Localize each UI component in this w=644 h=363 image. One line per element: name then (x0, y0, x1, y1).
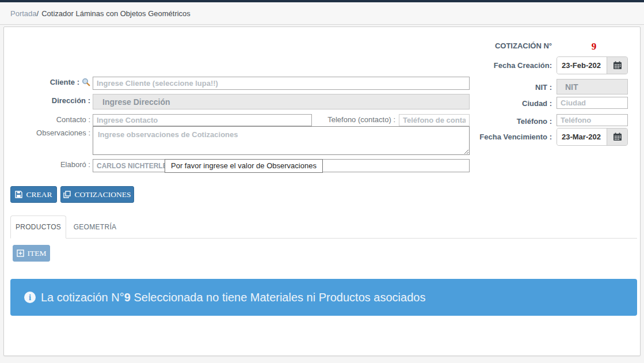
cotizaciones-button-label: COTIZACIONES (74, 190, 131, 199)
alert-text-suffix: Seleccionada no tiene Materiales ni Prod… (131, 291, 426, 304)
telefono-contacto-label: Telefono (contacto) : (310, 115, 395, 124)
save-icon (15, 191, 22, 198)
fecha-creacion-label: Fecha Creación: (407, 60, 552, 71)
nit-label: NIT : (407, 82, 552, 93)
fecha-vencimiento-field (557, 128, 628, 146)
alert-quote-number: 9 (124, 291, 131, 304)
ciudad-input[interactable] (557, 97, 628, 109)
item-button-label: ITEM (28, 249, 47, 258)
cotizacion-number-label: COTIZACIÓN N° (407, 41, 552, 51)
copy-icon (63, 191, 71, 198)
info-icon: i (24, 292, 36, 303)
crear-button-label: CREAR (26, 190, 52, 199)
cotizacion-number-value: 9 (584, 41, 604, 52)
telefono-input[interactable] (557, 114, 628, 126)
plus-square-icon (17, 249, 24, 257)
crear-button[interactable]: CREAR (10, 186, 57, 203)
cotizaciones-button[interactable]: COTIZACIONES (60, 186, 134, 203)
breadcrumb-home-link[interactable]: Portada (10, 9, 37, 18)
elaboro-label: Elaboró : (4, 160, 90, 169)
search-icon[interactable] (82, 78, 90, 86)
contacto-input[interactable] (93, 114, 312, 126)
alert-text: La cotización N°9 Seleccionada no tiene … (41, 291, 425, 304)
fecha-vencimiento-label: Fecha Vencimiento : (407, 132, 552, 142)
calendar-icon (613, 61, 622, 70)
tab-bar: PRODUCTOS GEOMETRÍA (10, 215, 637, 239)
fecha-vencimiento-input[interactable] (557, 128, 607, 145)
breadcrumb-separator: / (37, 9, 39, 18)
breadcrumb-current: Cotizador Láminas con Objetos Geométrico… (41, 9, 190, 18)
ciudad-label: Ciudad : (407, 99, 552, 109)
telefono-label: Teléfono : (407, 116, 552, 127)
cliente-label: Cliente : (50, 78, 79, 86)
main-panel: COTIZACIÓN N° 9 Fecha Creación: Clien (3, 27, 641, 356)
fecha-vencimiento-calendar-button[interactable] (607, 128, 627, 145)
fecha-creacion-calendar-button[interactable] (607, 57, 627, 74)
nit-input (557, 79, 628, 94)
direccion-label: Dirección : (4, 96, 90, 105)
breadcrumb: Portada / Cotizador Láminas con Objetos … (0, 2, 644, 25)
item-button[interactable]: ITEM (13, 245, 50, 262)
contacto-label: Contacto : (4, 115, 90, 124)
calendar-icon (613, 133, 622, 141)
fecha-creacion-input[interactable] (557, 57, 607, 74)
validation-tooltip: Por favor ingrese el valor de Observacio… (165, 159, 323, 173)
cliente-label-row: Cliente : (4, 78, 90, 86)
alert-text-prefix: La cotización N° (41, 291, 124, 304)
observaciones-label: Observaciones : (4, 128, 90, 137)
tab-geometria[interactable]: GEOMETRÍA (66, 215, 124, 239)
tab-productos-label: PRODUCTOS (16, 223, 61, 231)
tab-productos[interactable]: PRODUCTOS (10, 215, 66, 239)
fecha-creacion-field (557, 56, 628, 74)
tab-geometria-label: GEOMETRÍA (74, 223, 117, 231)
info-alert: i La cotización N°9 Seleccionada no tien… (10, 279, 637, 316)
